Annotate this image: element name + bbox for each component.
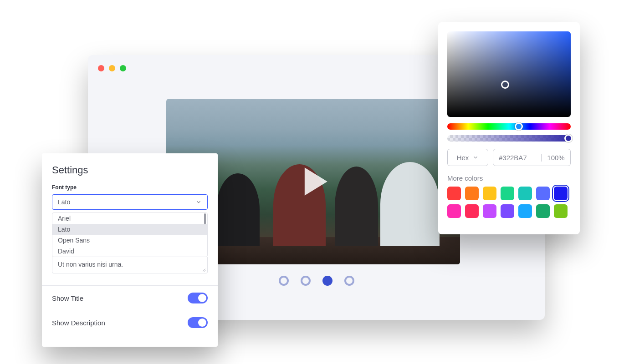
window-controls [98,65,126,71]
chevron-down-icon [195,199,202,205]
opacity-input[interactable]: 100% [541,154,570,162]
window-minimize-button[interactable] [109,65,115,71]
video-scene-person [380,162,440,246]
chevron-down-icon [472,154,479,161]
textarea-value: Ut non varius nisi urna. [58,261,123,268]
more-colors-label: More colors [447,174,571,182]
color-format-value: Hex [457,154,469,162]
color-swatch-selected[interactable] [554,187,568,200]
color-swatch-grid [447,187,571,218]
font-type-dropdown: Ariel Lato Open Sans David [52,212,208,257]
show-title-toggle[interactable] [188,293,208,303]
show-title-label: Show Title [52,294,83,302]
color-value-box: #322BA7 100% [493,149,571,166]
color-canvas-cursor[interactable] [501,81,509,89]
show-description-toggle[interactable] [188,317,208,328]
carousel-dot[interactable] [301,276,311,286]
alpha-slider-thumb[interactable] [564,134,573,142]
font-type-value: Lato [58,198,70,206]
video-scene-person [335,167,378,246]
alpha-slider[interactable] [447,135,571,142]
font-options-list: Ariel Lato Open Sans David [52,212,208,257]
window-close-button[interactable] [98,65,104,71]
color-swatch[interactable] [518,204,532,218]
color-swatch[interactable] [447,204,461,218]
color-swatch[interactable] [465,204,479,218]
svg-marker-0 [304,167,327,195]
settings-panel: Settings Font type Lato Ariel Lato Open … [42,153,218,347]
hex-input[interactable]: #322BA7 [493,154,541,162]
scrollbar-thumb[interactable] [204,213,206,224]
show-title-row: Show Title [52,286,208,310]
carousel-dot[interactable] [279,276,289,286]
play-icon [292,160,335,203]
color-swatch[interactable] [501,204,514,218]
color-format-select[interactable]: Hex [447,149,488,166]
carousel-pagination [279,276,354,286]
window-maximize-button[interactable] [120,65,126,71]
color-picker-panel: Hex #322BA7 100% More colors [438,22,580,234]
color-swatch[interactable] [483,204,496,218]
font-option[interactable]: Open Sans [52,235,207,246]
color-swatch[interactable] [536,187,550,200]
color-saturation-canvas[interactable] [447,31,571,117]
font-option[interactable]: David [52,246,207,257]
font-option[interactable]: Ariel [52,213,207,224]
color-swatch[interactable] [483,187,496,200]
color-swatch[interactable] [447,187,461,200]
font-type-label: Font type [52,184,208,191]
font-option-selected[interactable]: Lato [52,224,207,235]
settings-title: Settings [52,164,208,176]
hue-slider[interactable] [447,123,571,130]
description-textarea[interactable]: Ut non varius nisi urna. [52,257,208,273]
hue-slider-thumb[interactable] [515,122,523,131]
color-swatch[interactable] [501,187,514,200]
show-description-label: Show Description [52,319,105,327]
color-swatch[interactable] [465,187,479,200]
color-value-inputs: Hex #322BA7 100% [447,149,571,166]
resize-handle-icon[interactable] [201,267,206,272]
video-scene-person [216,173,260,246]
play-button[interactable] [292,160,335,203]
font-type-select[interactable]: Lato [52,194,208,210]
color-swatch[interactable] [536,204,550,218]
color-swatch[interactable] [518,187,532,200]
carousel-dot-active[interactable] [322,276,332,286]
carousel-dot[interactable] [344,276,354,286]
show-description-row: Show Description [52,310,208,335]
color-swatch[interactable] [554,204,568,218]
